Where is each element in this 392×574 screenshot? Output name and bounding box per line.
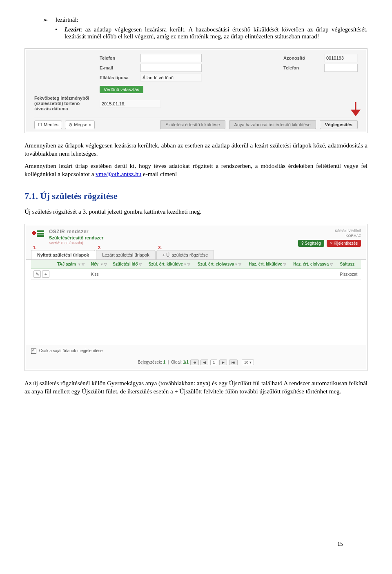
pager-last-icon[interactable]: ⏭ <box>229 360 238 365</box>
megsem-button[interactable]: ⊘ Mégsem <box>65 121 95 129</box>
logout-icon: × <box>330 241 334 246</box>
vedono-valasztas-button[interactable]: Védőnő választás <box>100 86 143 93</box>
bullet-strong: Lezárt <box>65 26 80 33</box>
table-row[interactable]: ✎ + Kiss Piszkozat <box>31 269 361 280</box>
label-telefon2: Telefon <box>283 65 320 70</box>
label-ellatas: Ellátás típusa <box>100 75 136 80</box>
brand-block: OSZIR rendszer Születésértesítő rendszer… <box>31 229 103 245</box>
tab-label-3: + Új születés rögzítése <box>163 252 208 257</box>
mentes-button[interactable]: ☐ Mentés <box>34 121 62 129</box>
para2-b: e-mail címen! <box>141 171 177 177</box>
arrow-icon: ➢ <box>43 16 48 24</box>
filter-icon: ▽ <box>330 262 333 266</box>
cancel-icon: ⊘ <box>69 122 72 127</box>
mentes-label: Mentés <box>44 122 58 127</box>
value-azonosito: 0010183 <box>324 54 358 62</box>
tab-lezart[interactable]: 2. Lezárt születési űrlapok <box>96 250 156 259</box>
cell-status: Piszkozat <box>337 269 361 280</box>
brand-subtitle: Születésértesítő rendszer <box>49 235 103 240</box>
tab-label-1: Nyitott születési űrlapok <box>37 252 89 257</box>
pager-prev-icon[interactable]: ◀ <box>200 360 208 365</box>
brand-version: Verzió: 0.30 (0460f0) <box>49 241 103 245</box>
bullet-level1: ➢ lezártnál: <box>43 16 368 24</box>
col-actions <box>31 260 55 269</box>
screenshot-oszir-list: OSZIR rendszer Születésértesítő rendszer… <box>24 224 368 371</box>
pager-first-icon[interactable]: ⏮ <box>190 360 199 365</box>
bullet-text: lezártnál: <box>56 16 78 24</box>
veglegesites-button[interactable]: Véglegesítés <box>320 120 358 129</box>
filter-icon: ▽ <box>187 262 190 266</box>
help-button[interactable]: ? Segítség <box>298 240 324 247</box>
col-szul-ert-kik[interactable]: Szül. ért. kiküldve▾▽ <box>146 260 195 269</box>
tab-num-2: 2. <box>98 246 101 250</box>
save-icon: ☐ <box>38 122 42 127</box>
screenshot-form-panel: Telefon Azonosító 0010183 E-mail Telefon… <box>24 48 368 133</box>
field-telefon2[interactable] <box>324 64 358 72</box>
para2-a: Amennyiben lezárt űrlap esetében derül k… <box>24 163 368 177</box>
user-role1: Kórházi Védőnő <box>298 229 361 234</box>
pager-size-val: 10 <box>244 360 248 364</box>
logo-icon <box>31 229 45 240</box>
field-email[interactable] <box>140 64 202 72</box>
records-table: TAJ szám ▾▽ Név ▾▽ Születési idő▽ Szül. … <box>31 260 361 280</box>
value-ellatas: Állandó védőnő <box>140 74 202 82</box>
tab-num-3: 3. <box>158 246 162 250</box>
pager-oldal-val: 1/1 <box>183 360 189 364</box>
filter-icon: ▽ <box>82 262 85 266</box>
pager-bej-label: Bejegyzések: <box>138 360 162 364</box>
col-szul-ert-olv[interactable]: Szül. ért. elolvasva▾▽ <box>195 260 246 269</box>
logout-label: Kijelentkezés <box>334 241 358 246</box>
section-heading: 7.1. Új születés rögzítése <box>24 191 368 201</box>
chevron-down-icon: ▾ <box>249 360 252 364</box>
own-forms-label: Csak a saját űrlapok megjelenítése <box>39 348 103 353</box>
pager: Bejegyzések: 1 | Oldal: 1/1 ⏮ ◀ 1 ▶ ⏭ 10… <box>26 357 366 369</box>
tab-label-2: Lezárt születési űrlapok <box>102 252 149 257</box>
sort-icon: ▾ <box>235 262 237 266</box>
logout-button[interactable]: × Kijelentkezés <box>327 240 361 247</box>
tab-num-1: 1. <box>33 246 36 250</box>
label-fekvobeteg: Fekvőbeteg intézményből (szülészetről) t… <box>34 96 96 112</box>
cell-name: Kiss <box>89 269 111 280</box>
paragraph-4: Az új születés rögzítésénél külön Gyerme… <box>24 379 368 396</box>
page-number: 15 <box>337 541 343 547</box>
col-szul-ido[interactable]: Születési idő▽ <box>110 260 146 269</box>
help-label: Segítség <box>305 241 321 246</box>
own-forms-checkbox[interactable] <box>31 348 36 354</box>
anya-hazabocsatasi-button[interactable]: Anya hazabocsátási értesítő kiküldése <box>229 120 316 129</box>
add-icon[interactable]: + <box>42 270 49 278</box>
bullet-level2: • Lezárt: az adatlap véglegesen lezárásr… <box>55 26 368 40</box>
bullet-block: ➢ lezártnál: • Lezárt: az adatlap végleg… <box>43 16 368 40</box>
col-haz-ert-kik[interactable]: Haz. ért. kiküldve▽ <box>246 260 291 269</box>
filter-icon: ▽ <box>104 262 107 266</box>
megsem-label: Mégsem <box>74 122 91 127</box>
pager-bej-count: 1 <box>163 360 166 364</box>
label-telefon: Telefon <box>100 56 136 60</box>
pager-next-icon[interactable]: ▶ <box>219 360 227 365</box>
pager-oldal-label: Oldal: <box>171 360 182 364</box>
bullet-sub-text: Lezárt: az adatlap véglegesen lezárásra … <box>65 26 368 40</box>
tab-uj-szuletes[interactable]: 3. + Új születés rögzítése <box>156 250 214 259</box>
bullet-dot-icon: • <box>55 26 57 40</box>
col-haz-ert-olv[interactable]: Haz. ért. elolvasva▽ <box>291 260 337 269</box>
pager-page-input[interactable]: 1 <box>210 360 217 365</box>
tab-nyitott[interactable]: 1. Nyitott születési űrlapok <box>31 250 95 259</box>
bullet-rest: : az adatlap véglegesen lezárásra került… <box>65 26 368 40</box>
edit-icon[interactable]: ✎ <box>33 270 41 278</box>
label-azonosito: Azonosító <box>283 56 320 60</box>
paragraph-1: Amennyiben az űrlapok véglegesen lezárás… <box>24 141 368 158</box>
pager-size-select[interactable]: 10 ▾ <box>242 360 254 365</box>
paragraph-2: Amennyiben lezárt űrlap esetében derül k… <box>24 162 368 179</box>
email-link[interactable]: vme@oth.antsz.hu <box>96 171 141 177</box>
value-date: 2015.01.16. <box>100 100 161 108</box>
paragraph-3: Új születés rögzítését a 3. ponttal jelz… <box>24 208 368 216</box>
filter-icon: ▽ <box>139 262 142 266</box>
szuletesi-ertesito-button[interactable]: Születési értesítő kiküldése <box>160 120 225 129</box>
col-taj[interactable]: TAJ szám ▾▽ <box>55 260 89 269</box>
field-telefon[interactable] <box>140 54 202 62</box>
red-arrow-annotation <box>350 101 361 121</box>
sort-icon: ▾ <box>78 262 80 266</box>
label-email: E-mail <box>100 65 136 70</box>
brand-title: OSZIR rendszer <box>49 229 103 235</box>
col-nev[interactable]: Név ▾▽ <box>89 260 111 269</box>
filter-icon: ▽ <box>238 262 241 266</box>
